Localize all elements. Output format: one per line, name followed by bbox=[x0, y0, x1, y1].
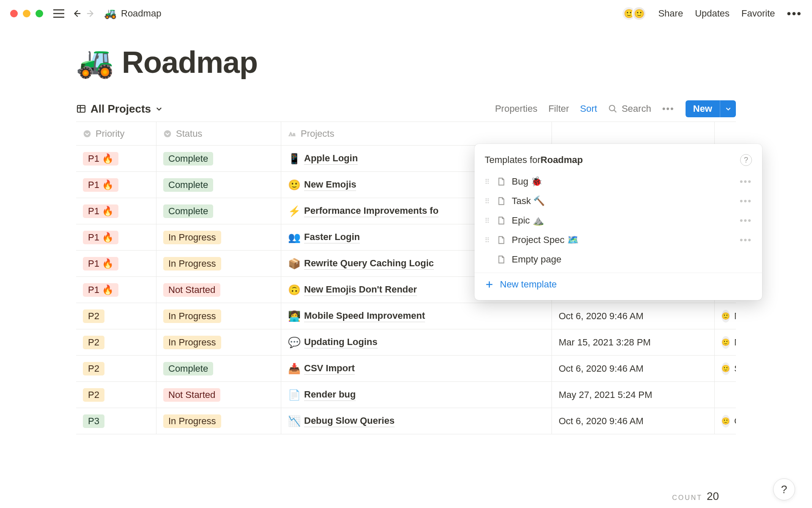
help-icon[interactable]: ? bbox=[740, 154, 752, 166]
page-title-emoji[interactable]: 🚜 bbox=[76, 44, 114, 80]
cell-priority[interactable]: P1 🔥 bbox=[76, 224, 156, 250]
cell-priority[interactable]: P2 bbox=[76, 329, 156, 355]
template-item[interactable]: Empty page bbox=[475, 250, 762, 269]
cell-status[interactable]: In Progress bbox=[156, 303, 281, 329]
cell-priority[interactable]: P1 🔥 bbox=[76, 277, 156, 303]
favorite-button[interactable]: Favorite bbox=[741, 8, 775, 19]
more-icon[interactable]: ••• bbox=[787, 7, 802, 20]
cell-priority[interactable]: P1 🔥 bbox=[76, 251, 156, 276]
drag-handle-icon[interactable]: ⠿ bbox=[485, 178, 491, 186]
breadcrumb[interactable]: 🚜 Roadmap bbox=[104, 8, 161, 19]
table-row[interactable]: P2 Not Started 📄 Render bug May 27, 2021… bbox=[76, 382, 736, 408]
cell-owner[interactable]: 🙂Cory bbox=[715, 408, 736, 434]
search-button[interactable]: Search bbox=[608, 103, 651, 114]
table-row[interactable]: P2 In Progress 👩‍💻 Mobile Speed Improvem… bbox=[76, 303, 736, 329]
drag-handle-icon[interactable]: ⠿ bbox=[485, 197, 491, 205]
nav-back-button[interactable] bbox=[69, 6, 84, 21]
template-label: Task 🔨 bbox=[512, 196, 545, 207]
page-icon bbox=[497, 177, 506, 186]
cell-priority[interactable]: P1 🔥 bbox=[76, 198, 156, 224]
cell-status[interactable]: Not Started bbox=[156, 382, 281, 408]
template-more-icon[interactable]: ••• bbox=[740, 196, 752, 207]
column-header-projects[interactable]: Aa Projects bbox=[281, 122, 552, 145]
cell-priority[interactable]: P2 bbox=[76, 303, 156, 329]
cell-priority[interactable]: P1 🔥 bbox=[76, 172, 156, 198]
drag-handle-icon[interactable]: ⠿ bbox=[485, 217, 491, 225]
cell-project[interactable]: 💬 Updating Logins bbox=[281, 329, 552, 355]
cell-status[interactable]: Not Started bbox=[156, 277, 281, 303]
template-more-icon[interactable]: ••• bbox=[740, 235, 752, 246]
cell-status[interactable]: Complete bbox=[156, 172, 281, 198]
view-bar: All Projects Properties Filter Sort Sear… bbox=[76, 100, 736, 121]
view-more-icon[interactable]: ••• bbox=[662, 103, 675, 114]
cell-status[interactable]: In Progress bbox=[156, 251, 281, 276]
table-row[interactable]: P2 Complete 📥 CSV Import Oct 6, 2020 9:4… bbox=[76, 356, 736, 382]
cell-project[interactable]: 📥 CSV Import bbox=[281, 356, 552, 381]
new-button-dropdown[interactable] bbox=[720, 100, 736, 117]
template-item[interactable]: ⠿ Epic ⛰️ ••• bbox=[475, 211, 762, 230]
template-item[interactable]: ⠿ Bug 🐞 ••• bbox=[475, 172, 762, 191]
menu-icon[interactable] bbox=[52, 6, 66, 21]
cell-priority[interactable]: P1 🔥 bbox=[76, 146, 156, 171]
table-row[interactable]: P3 In Progress 📉 Debug Slow Queries Oct … bbox=[76, 408, 736, 434]
cell-status[interactable]: In Progress bbox=[156, 408, 281, 434]
title-property-icon: Aa bbox=[288, 130, 296, 138]
template-item[interactable]: ⠿ Task 🔨 ••• bbox=[475, 191, 762, 211]
drag-handle-icon[interactable]: ⠿ bbox=[485, 236, 491, 244]
column-header-priority[interactable]: Priority bbox=[76, 122, 156, 145]
cell-priority[interactable]: P2 bbox=[76, 356, 156, 381]
nav-forward-button[interactable] bbox=[84, 6, 98, 21]
cell-project[interactable]: 📄 Render bug bbox=[281, 382, 552, 408]
cell-priority[interactable]: P3 bbox=[76, 408, 156, 434]
view-selector[interactable]: All Projects bbox=[76, 102, 163, 116]
template-more-icon[interactable]: ••• bbox=[740, 215, 752, 226]
column-header-status[interactable]: Status bbox=[156, 122, 281, 145]
cell-status[interactable]: In Progress bbox=[156, 224, 281, 250]
column-header-owner[interactable] bbox=[715, 122, 736, 145]
sort-button[interactable]: Sort bbox=[580, 103, 597, 114]
status-pill: Not Started bbox=[163, 388, 220, 402]
cell-project[interactable]: 👩‍💻 Mobile Speed Improvement bbox=[281, 303, 552, 329]
window-minimize-button[interactable] bbox=[23, 10, 30, 17]
cell-priority[interactable]: P2 bbox=[76, 382, 156, 408]
cell-status[interactable]: Complete bbox=[156, 146, 281, 171]
share-button[interactable]: Share bbox=[658, 8, 683, 19]
cell-date[interactable]: Oct 6, 2020 9:46 AM bbox=[552, 303, 715, 329]
priority-pill: P1 🔥 bbox=[83, 257, 118, 271]
properties-button[interactable]: Properties bbox=[495, 103, 537, 114]
topbar: 🚜 Roadmap 🙂 🙂 Share Updates Favorite ••• bbox=[0, 0, 812, 27]
window-close-button[interactable] bbox=[10, 10, 18, 17]
new-template-button[interactable]: New template bbox=[475, 273, 762, 297]
template-more-icon[interactable]: ••• bbox=[740, 176, 752, 187]
page-title[interactable]: Roadmap bbox=[122, 45, 258, 80]
cell-date[interactable]: Oct 6, 2020 9:46 AM bbox=[552, 408, 715, 434]
presence-avatars[interactable]: 🙂 🙂 bbox=[622, 6, 646, 21]
project-emoji: 📥 bbox=[288, 363, 300, 375]
owner-name: Cory bbox=[734, 416, 736, 427]
column-header-date[interactable] bbox=[552, 122, 715, 145]
cell-owner[interactable]: 🙂Simon bbox=[715, 356, 736, 381]
svg-point-11 bbox=[164, 130, 171, 137]
window-maximize-button[interactable] bbox=[36, 10, 43, 17]
cell-date[interactable]: Oct 6, 2020 9:46 AM bbox=[552, 356, 715, 381]
cell-owner[interactable]: 🙂Nate bbox=[715, 303, 736, 329]
filter-button[interactable]: Filter bbox=[549, 103, 569, 114]
cell-date[interactable]: Mar 15, 2021 3:28 PM bbox=[552, 329, 715, 355]
table-row[interactable]: P2 In Progress 💬 Updating Logins Mar 15,… bbox=[76, 329, 736, 356]
cell-owner[interactable] bbox=[715, 382, 736, 408]
cell-project[interactable]: 📉 Debug Slow Queries bbox=[281, 408, 552, 434]
cell-status[interactable]: Complete bbox=[156, 198, 281, 224]
cell-owner[interactable]: 🙂Nate bbox=[715, 329, 736, 355]
cell-status[interactable]: In Progress bbox=[156, 329, 281, 355]
svg-rect-5 bbox=[77, 105, 85, 112]
status-pill: In Progress bbox=[163, 257, 221, 271]
page-icon bbox=[497, 235, 506, 245]
cell-status[interactable]: Complete bbox=[156, 356, 281, 381]
count-label: COUNT bbox=[672, 494, 702, 502]
new-button[interactable]: New bbox=[686, 100, 736, 117]
updates-button[interactable]: Updates bbox=[695, 8, 730, 19]
template-item[interactable]: ⠿ Project Spec 🗺️ ••• bbox=[475, 230, 762, 250]
help-fab[interactable]: ? bbox=[773, 478, 795, 500]
cell-date[interactable]: May 27, 2021 5:24 PM bbox=[552, 382, 715, 408]
owner-name: Nate bbox=[734, 337, 736, 348]
